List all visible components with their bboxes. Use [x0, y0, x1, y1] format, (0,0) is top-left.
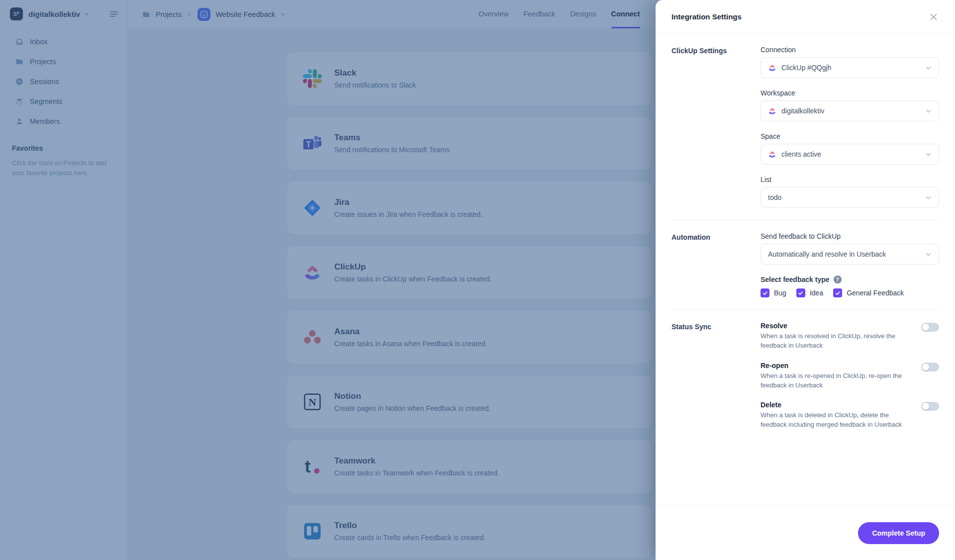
section-label: ClickUp Settings: [671, 46, 761, 208]
chevron-down-icon: [925, 151, 932, 158]
field-list: List todo: [761, 176, 939, 208]
send-feedback-select[interactable]: Automatically and resolve in Userback: [761, 244, 939, 265]
panel-body: ClickUp Settings Connection ClickUp #QQg…: [656, 34, 955, 505]
space-select[interactable]: clients active: [761, 144, 939, 165]
checkbox-idea[interactable]: Idea: [796, 288, 823, 297]
checkbox-checked-icon: [833, 288, 842, 297]
toggle-row-resolve: Resolve When a task is resolved in Click…: [761, 322, 939, 351]
field-workspace: Workspace digitalkollektiv: [761, 89, 939, 121]
clickup-logo-icon: [768, 107, 776, 115]
workspace-select[interactable]: digitalkollektiv: [761, 100, 939, 121]
reopen-toggle[interactable]: [921, 363, 939, 372]
checkbox-checked-icon: [796, 288, 805, 297]
checkbox-bug[interactable]: Bug: [761, 288, 786, 297]
toggle-row-delete: Delete When a task is deleted in ClickUp…: [761, 401, 939, 430]
field-send-feedback: Send feedback to ClickUp Automatically a…: [761, 232, 939, 265]
section-label: Status Sync: [671, 322, 761, 430]
section-label: Automation: [671, 232, 761, 297]
section-status-sync: Status Sync Resolve When a task is resol…: [671, 310, 939, 442]
panel-footer: Complete Setup: [656, 505, 955, 560]
field-space: Space clients active: [761, 132, 939, 165]
list-select[interactable]: todo: [761, 187, 939, 208]
toggle-row-reopen: Re-open When a task is re-opened in Clic…: [761, 362, 939, 390]
delete-toggle[interactable]: [921, 402, 939, 411]
app-root: digitalkollektiv Inbox Projects Sessions: [0, 0, 955, 560]
feedback-type-label: Select feedback type ?: [761, 276, 939, 283]
chevron-down-icon: [925, 251, 932, 258]
panel-header: Integration Settings: [656, 0, 955, 34]
chevron-down-icon: [925, 65, 932, 71]
checkbox-checked-icon: [761, 288, 769, 297]
close-icon[interactable]: [927, 10, 940, 23]
help-icon[interactable]: ?: [834, 276, 842, 283]
feedback-type-options: Bug Idea General Feedback: [761, 288, 939, 297]
chevron-down-icon: [925, 108, 932, 114]
integration-settings-panel: Integration Settings ClickUp Settings Co…: [656, 0, 955, 560]
field-connection: Connection ClickUp #QQgjh: [761, 46, 939, 78]
clickup-logo-icon: [768, 150, 776, 159]
section-clickup-settings: ClickUp Settings Connection ClickUp #QQg…: [671, 34, 939, 220]
complete-setup-button[interactable]: Complete Setup: [858, 522, 939, 544]
connection-select[interactable]: ClickUp #QQgjh: [761, 57, 939, 78]
resolve-toggle[interactable]: [921, 323, 939, 332]
panel-title: Integration Settings: [671, 12, 742, 21]
chevron-down-icon: [925, 194, 932, 201]
section-automation: Automation Send feedback to ClickUp Auto…: [671, 220, 939, 310]
clickup-logo-icon: [768, 64, 776, 72]
checkbox-general-feedback[interactable]: General Feedback: [833, 288, 904, 297]
